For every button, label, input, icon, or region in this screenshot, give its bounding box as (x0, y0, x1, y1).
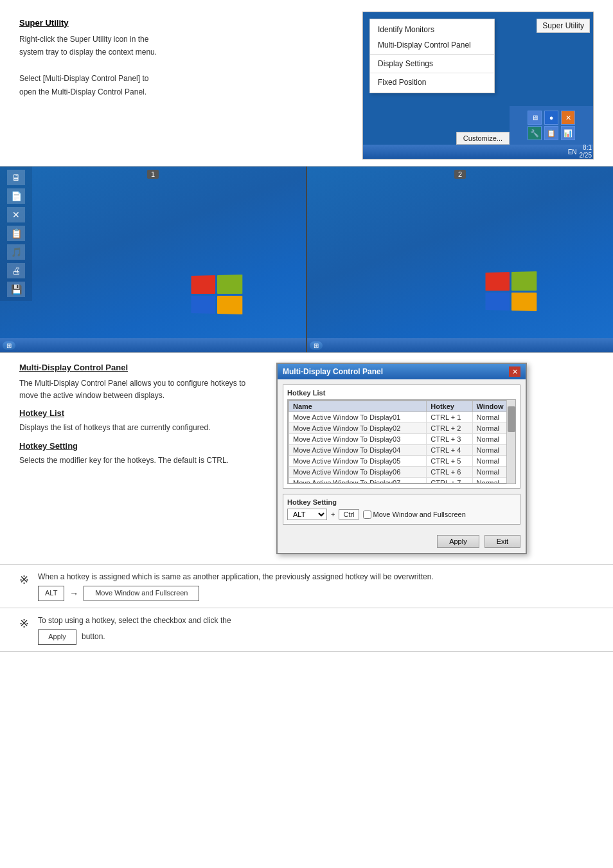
icon-box-6[interactable]: 🖨 (7, 263, 25, 278)
table-cell-6-0: Move Active Window To Display07 (289, 478, 427, 484)
windows-logo-1 (190, 275, 267, 333)
note-1-arrow: → (69, 586, 78, 601)
table-row[interactable]: Move Active Window To Display01CTRL + 1N… (289, 412, 515, 423)
table-row[interactable]: Move Active Window To Display02CTRL + 2N… (289, 423, 515, 434)
table-row[interactable]: Move Active Window To Display03CTRL + 3N… (289, 434, 515, 445)
hotkey-table-scroll[interactable]: Name Hotkey Window Move Active Window To… (288, 400, 515, 484)
tray-icon-1[interactable]: 🖥 (528, 111, 542, 125)
table-row[interactable]: Move Active Window To Display07CTRL + 7N… (289, 478, 515, 484)
note-1-text: When a hotkey is assigned which is same … (38, 571, 594, 601)
tray-icon-3[interactable]: ✕ (561, 111, 575, 125)
exit-button[interactable]: Exit (484, 535, 520, 548)
start-button-2[interactable]: ⊞ (310, 341, 323, 350)
dialog-close-button[interactable]: ✕ (509, 366, 520, 377)
en-label: EN (568, 149, 577, 156)
dialog-box: Multi-Display Control Panel ✕ Hotkey Lis… (276, 363, 527, 554)
tray-icon-2[interactable]: ● (544, 111, 558, 125)
tray-row-1: 🖥 ● ✕ (528, 111, 575, 125)
tray-icon-5[interactable]: 📋 (544, 126, 558, 140)
fullscreen-checkbox[interactable] (363, 511, 371, 519)
hotkey-list-desc: Displays the list of hotkeys that are cu… (19, 422, 263, 434)
table-cell-0-1: CTRL + 1 (427, 412, 472, 423)
tray-icon-6[interactable]: 📊 (561, 126, 575, 140)
hotkey-setting-subheading: Hotkey Setting (19, 441, 263, 451)
section2-desc: The Multi-Display Control Panel allows y… (19, 377, 263, 402)
menu-item-fixed-position[interactable]: Fixed Position (370, 75, 494, 90)
win-quad-blue-1 (191, 295, 215, 314)
table-cell-6-1: CTRL + 7 (427, 478, 472, 484)
win-quad-red-1 (191, 275, 215, 294)
time-display: 8:1 (583, 144, 592, 152)
sidebar-icon-3: ✕ (3, 207, 29, 223)
hotkey-list-group: Hotkey List Name Hotkey Window (283, 384, 520, 489)
date-display: 2/25 (580, 152, 592, 159)
top-description: Right-click the Super Utility icon in th… (19, 33, 238, 98)
hotkey-setting-group: Hotkey Setting ALT CTRL SHIFT + Ctrl Mov… (283, 494, 520, 525)
note-2-main-text: To stop using a hotkey, select the check… (38, 616, 231, 625)
table-cell-5-1: CTRL + 6 (427, 467, 472, 478)
win-quad-green-1 (217, 275, 242, 294)
note-1-inline: ALT → Move Window and Fullscreen (38, 586, 594, 601)
hotkey-list-group-title: Hotkey List (287, 389, 516, 397)
note-1-content: ※ When a hotkey is assigned which is sam… (19, 571, 594, 601)
menu-item-multi-display[interactable]: Multi-Display Control Panel (370, 37, 494, 53)
table-cell-2-1: CTRL + 3 (427, 434, 472, 445)
note-2-mark: ※ (19, 615, 29, 633)
taskbar-area: Identify Monitors Multi-Display Control … (362, 12, 594, 159)
fullscreen-label: Move Window and Fullscreen (373, 511, 466, 518)
menu-item-display-settings[interactable]: Display Settings (370, 56, 494, 71)
hotkey-setting-desc: Selects the modifier key for the hotkeys… (19, 455, 263, 467)
tray-icons-area: 🖥 ● ✕ 🔧 📋 📊 (510, 106, 593, 145)
note-1-section: ※ When a hotkey is assigned which is sam… (0, 565, 613, 608)
monitor-1-taskbar: ⊞ (0, 338, 306, 352)
hotkey-table-wrapper: Name Hotkey Window Move Active Window To… (287, 399, 516, 484)
top-right-area: Identify Monitors Multi-Display Control … (251, 12, 594, 159)
windows-logo-2 (484, 272, 562, 330)
modifier-select[interactable]: ALT CTRL SHIFT (287, 509, 327, 520)
monitor-2-bg: 2 ⊞ (307, 167, 613, 352)
note-2-content: ※ To stop using a hotkey, select the che… (19, 615, 594, 645)
icon-box-3[interactable]: ✕ (7, 207, 25, 222)
win-quad-yellow-1 (217, 296, 242, 315)
table-cell-5-0: Move Active Window To Display06 (289, 467, 427, 478)
table-scrollbar[interactable] (506, 400, 515, 484)
hotkey-list-subheading: Hotkey List (19, 408, 263, 418)
table-row[interactable]: Move Active Window To Display06CTRL + 6N… (289, 467, 515, 478)
table-cell-1-0: Move Active Window To Display02 (289, 423, 427, 434)
scrollbar-thumb (508, 406, 515, 432)
win-quad-yellow-2 (511, 293, 537, 312)
sidebar-icons-monitor1: 🖥 📄 ✕ 📋 🎵 🖨 💾 (0, 167, 32, 301)
table-row[interactable]: Move Active Window To Display04CTRL + 4N… (289, 445, 515, 456)
note-2-text: To stop using a hotkey, select the check… (38, 615, 594, 645)
menu-item-identify[interactable]: Identify Monitors (370, 22, 494, 37)
tray-icon-4[interactable]: 🔧 (528, 126, 542, 140)
win-quad-blue-2 (485, 292, 509, 311)
note-1-from: ALT (38, 586, 64, 601)
table-cell-0-0: Move Active Window To Display01 (289, 412, 427, 423)
table-cell-3-1: CTRL + 4 (427, 445, 472, 456)
table-cell-2-0: Move Active Window To Display03 (289, 434, 427, 445)
customize-button[interactable]: Customize... (456, 132, 510, 145)
monitor-2-badge: 2 (454, 170, 466, 179)
dialog-title: Multi-Display Control Panel (283, 367, 383, 376)
ctrl-label: Ctrl (339, 509, 359, 520)
table-row[interactable]: Move Active Window To Display05CTRL + 5N… (289, 456, 515, 467)
note-1-to: Move Window and Fullscreen (84, 586, 199, 601)
note-2-section: ※ To stop using a hotkey, select the che… (0, 608, 613, 652)
note-2-inline: Apply button. (38, 629, 594, 645)
monitor-2-taskbar: ⊞ (307, 338, 613, 352)
dialog-titlebar: Multi-Display Control Panel ✕ (278, 364, 526, 379)
time-area: 8:1 2/25 (580, 144, 592, 159)
note-2-apply-btn: Apply (38, 629, 76, 645)
icon-box-4[interactable]: 📋 (7, 226, 25, 241)
icon-box-1[interactable]: 🖥 (7, 170, 25, 185)
icon-box-5[interactable]: 🎵 (7, 244, 25, 260)
icon-box-7[interactable]: 💾 (7, 282, 25, 297)
apply-button[interactable]: Apply (437, 535, 479, 548)
start-button-1[interactable]: ⊞ (3, 341, 15, 350)
win-logo-quad-1 (191, 275, 242, 314)
icon-box-2[interactable]: 📄 (7, 188, 25, 204)
sidebar-icon-2: 📄 (3, 188, 29, 204)
top-left-text: Super Utility Right-click the Super Util… (19, 12, 238, 159)
table-cell-4-1: CTRL + 5 (427, 456, 472, 467)
